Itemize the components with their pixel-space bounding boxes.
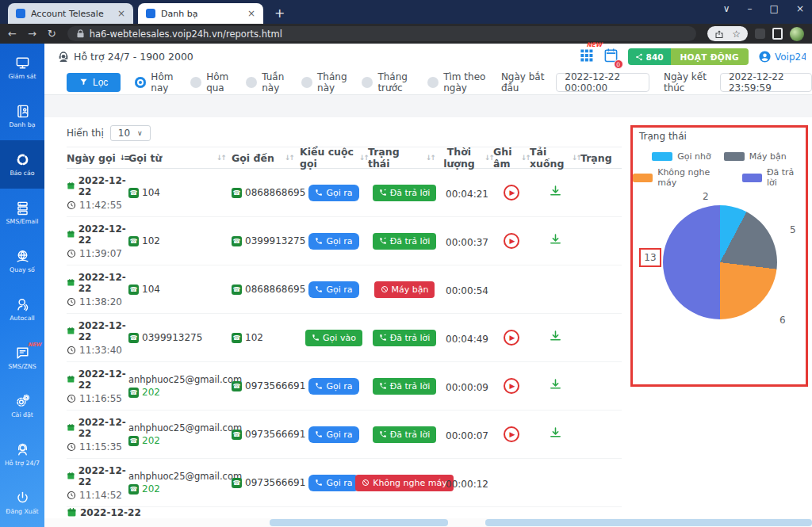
filter-option-tuan-nay[interactable]: Tuần này xyxy=(246,71,287,94)
tab-account-telesale[interactable]: Account Telesale × xyxy=(8,3,133,24)
call-from: anhphuoc25@gmail.com ☎202 xyxy=(128,422,232,446)
filter-option-tim-theo-ngay[interactable]: Tìm theo ngày xyxy=(427,71,487,94)
filter-option-thang-nay[interactable]: Tháng này xyxy=(301,71,347,94)
column-trang-cut[interactable]: Trạng xyxy=(580,152,617,164)
sidebar-item-autocall[interactable]: Autocall xyxy=(0,285,44,334)
scrollbar-thumb[interactable] xyxy=(270,519,448,526)
share-icon[interactable] xyxy=(714,29,724,39)
sidebar-item-danh-ba[interactable]: Danh bạ xyxy=(0,92,44,140)
sidebar-item-bao-cao[interactable]: Báo cáo xyxy=(0,140,44,189)
start-date-input[interactable]: 2022-12-22 00:00:00 xyxy=(556,73,649,92)
handset-icon xyxy=(315,189,323,197)
tab-close-icon[interactable]: × xyxy=(247,8,255,19)
column-goi-tu[interactable]: Gọi từ↓↑ xyxy=(128,152,232,164)
filter-option-hom-qua[interactable]: Hôm qua xyxy=(190,71,232,94)
radio-icon[interactable] xyxy=(246,77,257,88)
legend-goi-nho[interactable]: Gọi nhỡ xyxy=(652,151,710,162)
filter-button[interactable]: Lọc xyxy=(67,73,121,92)
column-trang-thai[interactable]: Trạng thái↓↑ xyxy=(368,146,441,170)
play-recording-button[interactable]: ▶ xyxy=(504,233,519,249)
show-label: Hiển thị xyxy=(67,128,104,139)
bookmark-star-icon[interactable]: ☆ xyxy=(732,29,741,40)
extensions-icon[interactable] xyxy=(755,29,765,39)
sort-icon[interactable]: ↓↑ xyxy=(285,154,293,162)
radio-checked-icon[interactable] xyxy=(135,77,146,88)
close-button[interactable]: × xyxy=(796,3,804,14)
tab-danh-ba[interactable]: Danh bạ × xyxy=(138,3,263,24)
legend-khong-nghe-may[interactable]: Không nghe máy xyxy=(633,167,730,188)
sidebar-item-sms-zns[interactable]: NEW SMS/ZNS xyxy=(0,334,44,382)
download-button[interactable] xyxy=(549,330,562,346)
column-thoi-luong[interactable]: Thời lượng↓↑ xyxy=(441,146,493,170)
tab-close-icon[interactable]: × xyxy=(117,8,125,19)
handset-answered-icon xyxy=(379,382,387,390)
sort-icon[interactable]: ↓↑ xyxy=(572,154,580,162)
sidebar-item-quay-so[interactable]: Quay số xyxy=(0,237,44,285)
column-goi-den[interactable]: Gọi đến↓↑ xyxy=(232,152,300,164)
call-to: ☎0973566691 xyxy=(232,380,300,391)
header-actions: NEW 0 840 HOẠT ĐỘNG Voip24 xyxy=(579,48,806,66)
radio-icon[interactable] xyxy=(427,77,439,88)
browser-menu-chevron-icon[interactable]: ∨ xyxy=(723,3,730,14)
reload-icon[interactable]: ↻ xyxy=(48,28,56,40)
back-icon[interactable]: ← xyxy=(8,28,17,40)
sort-desc-icon[interactable]: ↓≡ xyxy=(120,154,128,162)
page-size-select[interactable]: 10 ∨ xyxy=(110,125,151,141)
call-status: Máy bận xyxy=(368,281,441,298)
sidebar-item-sms-email[interactable]: SMS/Email xyxy=(0,189,44,237)
sidebar-item-ho-tro[interactable]: Hỗ trợ 24/7 xyxy=(0,430,44,479)
legend-da-tra-loi[interactable]: Đã trả lời xyxy=(742,167,806,188)
radio-icon[interactable] xyxy=(190,77,201,88)
play-recording-button[interactable]: ▶ xyxy=(504,426,519,442)
minimize-button[interactable]: – xyxy=(748,3,753,14)
new-tab-button[interactable]: + xyxy=(274,6,285,21)
sort-icon[interactable]: ↓↑ xyxy=(216,154,225,162)
column-ngay-goi[interactable]: Ngày gọi↓≡ xyxy=(67,152,128,164)
scrollbar-thumb[interactable] xyxy=(485,519,812,526)
download-button[interactable] xyxy=(549,233,562,250)
account-menu[interactable]: Voip24 xyxy=(758,50,806,63)
url-bar[interactable]: ha6-webtelesales.voip24h.vn/reports.html xyxy=(67,26,697,41)
column-ghi-am[interactable]: Ghi âm↓↑ xyxy=(493,146,530,170)
support-info: Hỗ trợ 24/7 - 1900 2000 xyxy=(57,51,193,63)
sidebar-item-cai-dat[interactable]: Cài đặt xyxy=(0,382,44,430)
end-date-input[interactable]: 2022-12-22 23:59:59 xyxy=(720,73,812,92)
legend-may-ban[interactable]: Máy bận xyxy=(724,151,787,162)
profile-frame-icon[interactable] xyxy=(772,28,783,40)
lock-icon xyxy=(77,29,84,38)
sort-icon[interactable]: ↓↑ xyxy=(426,154,435,162)
download-button[interactable] xyxy=(549,185,562,201)
filter-option-thang-truoc[interactable]: Tháng trước xyxy=(362,71,413,94)
sort-icon[interactable]: ↓↑ xyxy=(521,154,530,162)
table-row: 2022-12-22 11:15:35 anhphuoc25@gmail.com… xyxy=(67,411,622,459)
sidebar-item-dang-xuat[interactable]: Đăng Xuất xyxy=(0,479,44,527)
filter-option-hom-nay[interactable]: Hôm nay xyxy=(135,71,176,94)
forward-icon[interactable]: → xyxy=(28,28,36,40)
column-kieu-cuoc-goi[interactable]: Kiểu cuộc gọi↓↑ xyxy=(300,146,368,170)
browser-avatar[interactable] xyxy=(790,27,804,41)
calendar-shortcut[interactable]: 0 xyxy=(603,48,619,66)
calculator-shortcut[interactable]: NEW xyxy=(579,48,594,66)
active-status-button[interactable]: HOẠT ĐỘNG xyxy=(671,48,749,65)
download-button[interactable] xyxy=(549,426,562,443)
maximize-button[interactable]: □ xyxy=(770,3,779,14)
radio-icon[interactable] xyxy=(301,77,312,88)
download-button[interactable] xyxy=(549,378,562,395)
credit-segment[interactable]: 840 xyxy=(628,48,671,65)
horizontal-scrollbar[interactable] xyxy=(44,518,812,527)
call-from: anhphuoc25@gmail.com ☎202 xyxy=(128,471,232,495)
play-recording-button[interactable]: ▶ xyxy=(504,330,519,346)
start-date-label: Ngày bắt đầu xyxy=(501,71,550,94)
sort-icon[interactable]: ↓↑ xyxy=(359,154,368,162)
play-recording-button[interactable]: ▶ xyxy=(504,185,519,200)
phone-icon: ☎ xyxy=(232,188,242,198)
sort-icon[interactable]: ↓↑ xyxy=(485,154,493,162)
column-tai-xuong[interactable]: Tải xuống↓↑ xyxy=(530,146,580,170)
play-recording-button[interactable]: ▶ xyxy=(504,378,519,394)
handset-icon xyxy=(315,237,323,245)
sidebar-item-giam-sat[interactable]: Giám sát xyxy=(0,44,44,92)
legend-swatch xyxy=(742,174,762,182)
radio-icon[interactable] xyxy=(362,77,373,88)
tab-title: Danh bạ xyxy=(161,9,242,19)
calendar-icon xyxy=(67,471,75,481)
